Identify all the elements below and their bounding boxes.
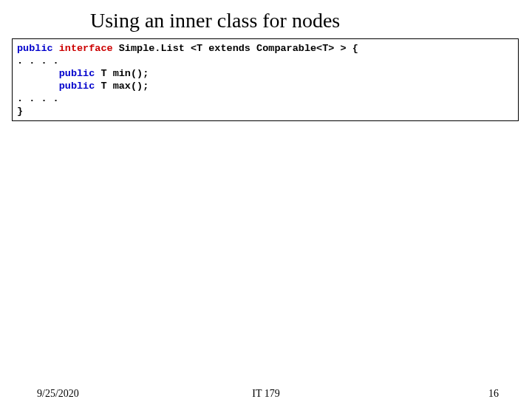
code-line-6: }: [17, 105, 514, 117]
slide-title: Using an inner class for nodes: [90, 9, 340, 33]
keyword-interface: interface: [59, 43, 113, 54]
footer-course: IT 179: [0, 388, 532, 399]
keyword-public: public: [17, 43, 53, 54]
code-text: Simple.List <T extends Comparable<T> > {: [113, 43, 358, 54]
code-text: T max();: [95, 81, 149, 92]
keyword-public: public: [59, 68, 95, 79]
code-box: public interface Simple.List <T extends …: [12, 38, 519, 121]
slide: Using an inner class for nodes public in…: [0, 0, 532, 399]
code-line-2: . . . .: [17, 55, 514, 67]
code-line-4: public T max();: [17, 80, 514, 92]
keyword-public: public: [59, 81, 95, 92]
code-line-1: public interface Simple.List <T extends …: [17, 42, 514, 55]
code-text: T min();: [95, 68, 149, 79]
code-line-5: . . . .: [17, 92, 514, 105]
code-line-3: public T min();: [17, 67, 514, 80]
footer-page: 16: [488, 388, 499, 399]
